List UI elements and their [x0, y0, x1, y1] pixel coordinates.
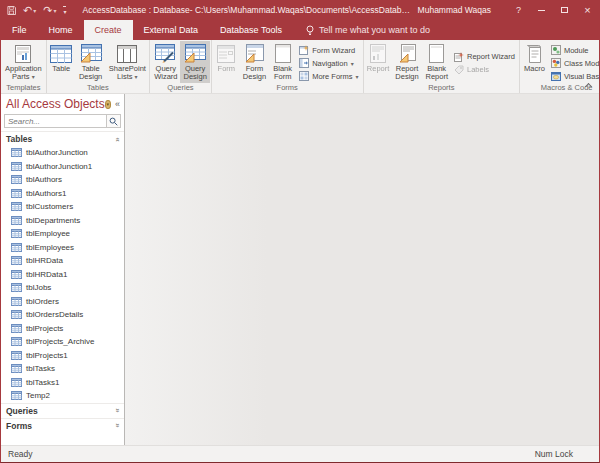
- nav-table-item[interactable]: tblTasks: [1, 362, 124, 376]
- window-title: AccessDatabase : Database- C:\Users\Muha…: [82, 5, 412, 15]
- nav-section-forms[interactable]: Forms »: [1, 418, 124, 433]
- nav-table-item[interactable]: tblHRData1: [1, 268, 124, 282]
- nav-table-item[interactable]: tblAuthors: [1, 173, 124, 187]
- help-button[interactable]: ?: [507, 0, 530, 20]
- nav-table-item[interactable]: tblAuthors1: [1, 187, 124, 201]
- nav-table-item[interactable]: tblCustomers: [1, 200, 124, 214]
- button-label: Form Design: [243, 65, 266, 82]
- nav-table-item[interactable]: tblAuthorJunction1: [1, 160, 124, 174]
- tab-file[interactable]: File: [1, 20, 38, 40]
- tab-create[interactable]: Create: [84, 20, 133, 40]
- nav-table-item[interactable]: tblHRData: [1, 254, 124, 268]
- query-wizard-button[interactable]: Query Wizard: [151, 41, 180, 83]
- blank-form-button[interactable]: Blank Form: [269, 41, 296, 83]
- report-icon: [370, 43, 386, 64]
- query-design-button[interactable]: Query Design: [180, 41, 209, 83]
- nav-table-item[interactable]: tblOrders: [1, 295, 124, 309]
- table-design-button[interactable]: Table Design: [75, 41, 107, 83]
- account-name[interactable]: Muhammad Waqas: [418, 5, 491, 15]
- button-label: Table Design: [78, 65, 104, 82]
- nav-table-item[interactable]: tblOrdersDetails: [1, 308, 124, 322]
- macro-button[interactable]: Macro: [521, 41, 548, 83]
- nav-table-item[interactable]: Temp2: [1, 389, 124, 403]
- nav-pane-title[interactable]: All Access Objects: [6, 97, 105, 111]
- search-input[interactable]: [5, 115, 106, 127]
- shutter-bar-close-button[interactable]: «: [115, 99, 120, 109]
- save-button[interactable]: [7, 6, 16, 15]
- nav-table-item[interactable]: tblDepartments: [1, 214, 124, 228]
- table-object-icon: [11, 229, 22, 238]
- nav-table-item[interactable]: tblEmployees: [1, 241, 124, 255]
- button-label: Report: [367, 65, 390, 73]
- expand-section-icon: »: [112, 408, 121, 412]
- undo-button[interactable]: ↶▾: [23, 5, 36, 15]
- nav-table-item[interactable]: tblTasks1: [1, 376, 124, 390]
- table-button[interactable]: Table: [48, 41, 75, 83]
- section-label: Tables: [6, 134, 32, 144]
- form-button[interactable]: Form: [213, 41, 240, 83]
- button-label: Form Wizard: [312, 46, 355, 55]
- visual-basic-icon: [551, 71, 561, 81]
- ribbon-group-tables: Table Table Design SharePoint Lists ▾ Ta…: [47, 40, 150, 93]
- maximize-button[interactable]: [553, 0, 576, 20]
- nav-table-item-label: tblAuthors1: [26, 189, 66, 198]
- button-label: Application Parts ▾: [5, 65, 42, 82]
- form-design-button[interactable]: Form Design: [240, 41, 269, 83]
- nav-section-tables[interactable]: Tables »: [1, 131, 124, 146]
- nav-table-item[interactable]: tblProjects1: [1, 349, 124, 363]
- more-forms-icon: [299, 71, 309, 81]
- report-button[interactable]: Report: [365, 41, 392, 83]
- nav-table-item-label: tblOrdersDetails: [26, 310, 83, 319]
- access-window: ↶▾ ↷▾ ▾ AccessDatabase : Database- C:\Us…: [0, 0, 600, 463]
- collapse-section-icon: »: [112, 137, 121, 141]
- nav-table-item-label: tblOrders: [26, 297, 59, 306]
- button-label: Navigation: [312, 59, 347, 68]
- close-button[interactable]: ×: [576, 0, 599, 20]
- tab-home[interactable]: Home: [38, 20, 84, 40]
- table-object-icon: [11, 175, 22, 184]
- navigation-button[interactable]: Navigation ▾: [299, 57, 358, 69]
- nav-pane-menu-button[interactable]: ▾: [105, 100, 111, 109]
- table-object-icon: [11, 162, 22, 171]
- more-forms-button[interactable]: More Forms ▾: [299, 70, 358, 82]
- nav-table-item-label: tblCustomers: [26, 202, 73, 211]
- quick-access-toolbar: ↶▾ ↷▾ ▾: [7, 5, 66, 15]
- form-design-icon: [245, 43, 264, 64]
- nav-table-item[interactable]: tblProjects_Archive: [1, 335, 124, 349]
- collapse-ribbon-button[interactable]: [586, 82, 592, 88]
- nav-table-item[interactable]: tblProjects: [1, 322, 124, 336]
- nav-table-item[interactable]: tblJobs: [1, 281, 124, 295]
- button-label: Labels: [467, 65, 489, 74]
- redo-button[interactable]: ↷▾: [43, 5, 56, 15]
- table-object-icon: [11, 364, 22, 373]
- customize-qat-button[interactable]: ▾: [63, 6, 66, 15]
- report-design-button[interactable]: Report Design: [392, 41, 423, 83]
- dropdown-arrow-icon: ▾: [356, 73, 359, 80]
- table-object-icon: [11, 297, 22, 306]
- query-wizard-icon: [155, 43, 177, 64]
- tab-database-tools[interactable]: Database Tools: [209, 20, 293, 40]
- sharepoint-lists-button[interactable]: SharePoint Lists ▾: [107, 41, 149, 83]
- report-wizard-button[interactable]: Report Wizard: [454, 51, 515, 63]
- minimize-button[interactable]: [530, 0, 553, 20]
- tell-me-box[interactable]: Tell me what you want to do: [306, 20, 430, 40]
- application-parts-button[interactable]: Application Parts ▾: [2, 41, 45, 83]
- visual-basic-button[interactable]: Visual Basic: [551, 70, 599, 82]
- blank-form-icon: [274, 43, 292, 64]
- nav-table-item[interactable]: tblAuthorJunction: [1, 146, 124, 160]
- nav-table-item[interactable]: tblEmployee: [1, 227, 124, 241]
- nav-table-item-label: Temp2: [26, 391, 50, 400]
- nav-table-item-label: tblAuthors: [26, 175, 62, 184]
- button-label: Report Wizard: [467, 52, 515, 61]
- nav-table-item-label: tblAuthorJunction1: [26, 162, 92, 171]
- nav-section-queries[interactable]: Queries »: [1, 403, 124, 418]
- blank-report-button[interactable]: Blank Report: [422, 41, 450, 83]
- labels-button[interactable]: Labels: [454, 64, 515, 76]
- class-module-button[interactable]: Class Module: [551, 57, 599, 69]
- tab-external-data[interactable]: External Data: [133, 20, 210, 40]
- module-button[interactable]: Module: [551, 44, 599, 56]
- form-wizard-button[interactable]: Form Wizard: [299, 44, 358, 56]
- nav-table-item-label: tblHRData1: [26, 270, 67, 279]
- module-icon: [551, 45, 561, 55]
- search-button[interactable]: [106, 115, 120, 127]
